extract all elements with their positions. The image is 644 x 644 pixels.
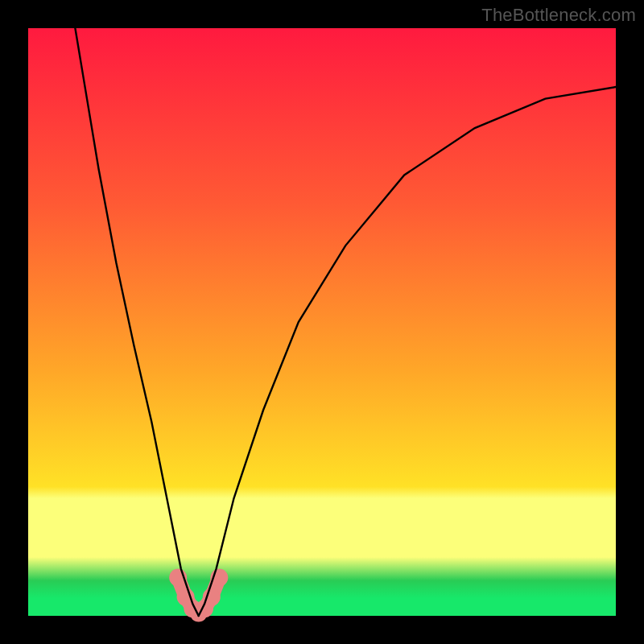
watermark-text: TheBottleneck.com [481, 5, 636, 26]
chart-plot-area [28, 28, 616, 616]
curve-left-branch [75, 28, 198, 616]
curve-right-branch [199, 87, 616, 616]
chart-frame: TheBottleneck.com [0, 0, 644, 644]
chart-svg [28, 28, 616, 616]
